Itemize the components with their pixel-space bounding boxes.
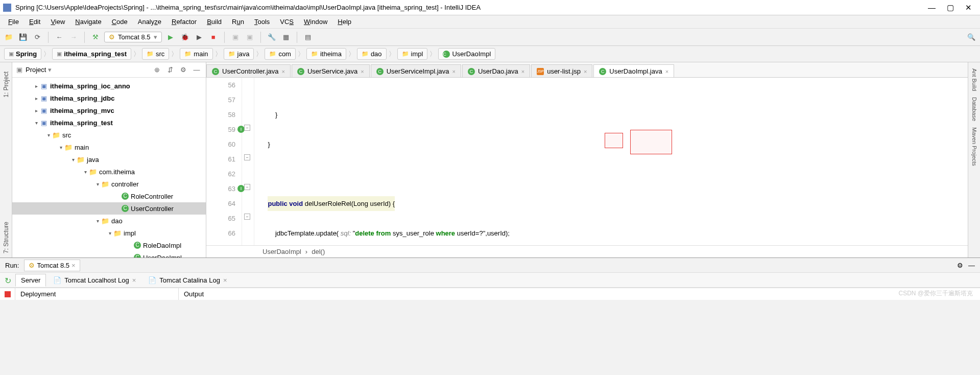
minimize-button[interactable]: — <box>928 3 936 12</box>
runtab-localhost[interactable]: 📄Tomcat Localhost Log× <box>48 274 141 286</box>
tree-node[interactable]: ▸▣itheima_spring_ioc_anno <box>12 80 206 92</box>
wrench-icon[interactable]: 🔧 <box>266 32 277 43</box>
tab-project[interactable]: 1: Project <box>2 67 11 102</box>
save-icon[interactable]: 💾 <box>17 32 29 43</box>
collapse-icon[interactable]: ⇵ <box>165 66 175 74</box>
open-icon[interactable]: 📁 <box>3 32 14 43</box>
gear-icon[interactable]: ⚙ <box>178 66 188 74</box>
debug-button[interactable]: 🐞 <box>179 32 190 43</box>
crumb-com[interactable]: 📁com <box>265 48 296 60</box>
tree-node[interactable]: ▾📁impl <box>12 227 206 239</box>
code-editor[interactable]: 56575859I↑60616263I↑64656667 − − − − } }… <box>206 78 968 245</box>
tree-node[interactable]: ▾📁java <box>12 153 206 166</box>
structure-icon[interactable]: ▦ <box>280 32 292 43</box>
menu-navigate[interactable]: Navigate <box>71 17 105 27</box>
run-stop-side[interactable] <box>0 288 15 300</box>
tree-node[interactable]: CUserController <box>12 202 206 215</box>
run-config-selector[interactable]: ⚙ Tomcat 8.5 ▾ <box>104 32 162 42</box>
run-hide-icon[interactable]: — <box>968 262 975 269</box>
watermark: CSDN @爱你三千遍斯塔克 <box>898 289 973 298</box>
menu-edit[interactable]: Edit <box>25 17 44 27</box>
editor-tab[interactable]: CUserDao.java× <box>462 64 530 78</box>
tree-node[interactable]: ▾📁com.itheima <box>12 166 206 178</box>
run-button[interactable]: ▶ <box>165 32 176 43</box>
fold-toggle[interactable]: − <box>244 184 250 190</box>
crumb-spring[interactable]: ▣Spring <box>4 48 41 60</box>
tree-node[interactable]: ▾📁controller <box>12 178 206 190</box>
tree-node[interactable]: ▾📁main <box>12 141 206 153</box>
crumb-dao[interactable]: 📁dao <box>357 48 387 60</box>
menu-refactor[interactable]: Refactor <box>168 17 201 27</box>
back-button[interactable]: ← <box>54 32 65 43</box>
tab-maven[interactable]: Maven Projects <box>971 124 978 169</box>
tree-node[interactable]: ▸▣itheima_spring_mvc <box>12 104 206 116</box>
menu-build[interactable]: Build <box>203 17 226 27</box>
layout-icon-2[interactable]: ▣ <box>244 32 255 43</box>
menu-code[interactable]: Code <box>108 17 132 27</box>
tree-node[interactable]: CUserDaoImpl <box>12 251 206 257</box>
misc-icon[interactable]: ▤ <box>302 32 314 43</box>
close-button[interactable]: ✕ <box>965 3 972 12</box>
tab-ant[interactable]: Ant Build <box>971 65 978 94</box>
menu-help[interactable]: Help <box>333 17 355 27</box>
crumb-module[interactable]: ▣itheima_spring_test <box>52 48 131 60</box>
layout-icon[interactable]: ▣ <box>230 32 241 43</box>
editor-tab[interactable]: CUserController.java× <box>206 64 291 78</box>
crumb-java[interactable]: 📁java <box>224 48 254 60</box>
editor-tab[interactable]: CUserService.java× <box>292 64 370 78</box>
navigation-breadcrumbs: ▣Spring〉 ▣itheima_spring_test〉 📁src〉 📁ma… <box>0 46 980 62</box>
project-tree[interactable]: ▸▣itheima_spring_ioc_anno▸▣itheima_sprin… <box>12 78 206 257</box>
tree-node[interactable]: ▾📁dao <box>12 215 206 227</box>
bc-class[interactable]: UserDaoImpl <box>262 248 301 255</box>
crumb-class[interactable]: CUserDaoImpl <box>438 48 495 60</box>
main-toolbar: 📁 💾 ⟳ ← → ⚒ ⚙ Tomcat 8.5 ▾ ▶ 🐞 ▶ ■ ▣ ▣ 🔧… <box>0 29 980 46</box>
crumb-impl[interactable]: 📁impl <box>397 48 428 60</box>
tree-node[interactable]: ▾▣itheima_spring_test <box>12 116 206 129</box>
menu-vcs[interactable]: VCS <box>276 17 298 27</box>
maximize-button[interactable]: ▢ <box>947 3 954 12</box>
annotation-box-1 <box>605 133 623 148</box>
editor-breadcrumb: UserDaoImpl › del() <box>206 245 968 257</box>
fold-toggle[interactable]: − <box>244 214 250 220</box>
tomcat-icon: ⚙ <box>109 33 115 41</box>
coverage-button[interactable]: ▶ <box>194 32 205 43</box>
crumb-main[interactable]: 📁main <box>180 48 212 60</box>
forward-button[interactable]: → <box>68 32 79 43</box>
runtab-server[interactable]: Server <box>15 274 46 287</box>
tree-node[interactable]: ▸▣itheima_spring_jdbc <box>12 92 206 104</box>
menu-tools[interactable]: Tools <box>250 17 274 27</box>
run-content: Deployment Output CSDN @爱你三千遍斯塔克 <box>0 288 980 300</box>
code-text[interactable]: } } public void delUserRoleRel(Long user… <box>254 78 968 245</box>
editor-tab[interactable]: JSPuser-list.jsp× <box>531 64 592 78</box>
crumb-src[interactable]: 📁src <box>142 48 169 60</box>
run-gear-icon[interactable]: ⚙ <box>957 262 963 269</box>
search-icon[interactable]: 🔍 <box>966 32 977 43</box>
menu-analyze[interactable]: Analyze <box>134 17 165 27</box>
bc-method[interactable]: del() <box>312 248 325 255</box>
editor-area: CUserController.java×CUserService.java×C… <box>206 62 968 257</box>
tab-database[interactable]: Database <box>971 94 978 124</box>
refresh-icon[interactable]: ⟳ <box>32 32 43 43</box>
crumb-itheima[interactable]: 📁itheima <box>306 48 346 60</box>
menu-window[interactable]: Window <box>300 17 331 27</box>
menu-view[interactable]: View <box>46 17 69 27</box>
fold-toggle[interactable]: − <box>244 125 250 131</box>
tree-node[interactable]: CRoleController <box>12 190 206 202</box>
run-config-tab[interactable]: ⚙Tomcat 8.5 × <box>24 260 80 271</box>
fold-toggle[interactable]: − <box>244 154 250 160</box>
hide-icon[interactable]: — <box>192 66 202 74</box>
run-rerun[interactable]: ↻ <box>2 275 13 286</box>
editor-tab[interactable]: CUserDaoImpl.java× <box>593 64 674 78</box>
tree-node[interactable]: CRoleDaoImpl <box>12 239 206 251</box>
tab-structure[interactable]: 7: Structure <box>2 218 11 257</box>
runtab-catalina[interactable]: 📄Tomcat Catalina Log× <box>143 274 232 286</box>
stop-button[interactable]: ■ <box>208 32 219 43</box>
run-label: Run: <box>5 262 19 269</box>
locate-icon[interactable]: ⊕ <box>152 66 162 74</box>
build-icon[interactable]: ⚒ <box>90 32 101 43</box>
editor-tab[interactable]: CUserServiceImpl.java× <box>371 64 461 78</box>
menu-run[interactable]: Run <box>228 17 248 27</box>
tree-node[interactable]: ▾📁src <box>12 129 206 141</box>
project-dropdown[interactable]: Project <box>26 66 52 74</box>
menu-file[interactable]: File <box>4 17 23 27</box>
